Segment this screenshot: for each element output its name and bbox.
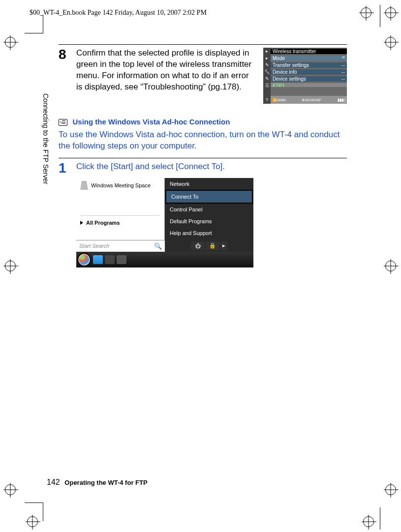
start-menu-item-default-programs[interactable]: Default Programs (165, 215, 253, 227)
camera-menu-title: Wireless transmitter (271, 49, 347, 54)
divider (80, 215, 160, 216)
registration-mark (385, 7, 396, 18)
taskbar-item-icon[interactable] (117, 255, 126, 264)
page-number: 142 (47, 478, 60, 486)
footer-title: Operating the WT-4 for FTP (64, 479, 147, 486)
power-buttons: ⏻ 🔒 ▸ (165, 240, 253, 252)
camera-menu-screenshot: ▸ Wireless transmitter ▸ Mode ⇄ ✎ Transf… (263, 48, 347, 104)
signal-icon: ⇄ (342, 56, 345, 61)
registration-mark (385, 37, 396, 48)
all-programs-label: All Programs (86, 220, 120, 226)
camera-status-bar: 📶0000 ⊕00:00'00" ▮▮▮▯ (271, 96, 347, 104)
registration-mark (385, 261, 396, 271)
camera-pencil-icon: ✎ (263, 61, 271, 68)
camera-menu-label: Device info (273, 69, 297, 75)
start-menu-item-control-panel[interactable]: Control Panel (165, 204, 253, 215)
note-icon (59, 119, 67, 126)
start-menu-left-pane: Windows Meeting Space All Programs (76, 178, 165, 240)
step-text: Click the [Start] and select [Connect To… (76, 161, 347, 175)
camera-menu-label: Transfer settings (273, 62, 309, 68)
crop-mark (25, 502, 43, 521)
camera-menu-label: Device settings (273, 76, 306, 82)
divider (59, 158, 347, 158)
meeting-space-icon (80, 181, 88, 190)
search-icon: 🔍 (154, 242, 162, 250)
registration-mark (363, 516, 374, 527)
battery-icon: ▮▮▮▯ (338, 98, 345, 102)
all-programs-button[interactable]: All Programs (76, 218, 164, 228)
camera-help-icon: ? (263, 96, 271, 104)
camera-menu-item: Device settings -- (271, 76, 347, 82)
start-menu-item-help[interactable]: Help and Support (165, 227, 253, 239)
status-right: 00:00'00" (305, 98, 321, 102)
camera-menu-value: -- (341, 76, 345, 82)
taskbar (76, 252, 253, 267)
camera-play-icon: ▸ (263, 55, 271, 61)
camera-menu-item: Device info -- (271, 69, 347, 75)
power-button[interactable]: ⏻ (191, 241, 205, 250)
divider (59, 44, 347, 45)
registration-mark (5, 37, 16, 48)
camera-menu-label: Mode (273, 56, 285, 61)
registration-mark (5, 484, 16, 495)
note-text: To use the Windows Vista ad-hoc connecti… (59, 129, 347, 152)
camera-blank-icon (263, 89, 271, 96)
lock-button[interactable]: 🔒 (206, 241, 219, 250)
crop-mark (25, 15, 43, 33)
taskbar-item-icon[interactable] (105, 255, 115, 264)
start-menu-item[interactable]: Windows Meeting Space (76, 180, 164, 191)
camera-menu-value: -- (341, 62, 345, 68)
search-placeholder: Start Search (79, 243, 109, 249)
shutdown-menu-button[interactable]: ▸ (220, 241, 227, 250)
step-8: 8 Confirm that the selected profile is d… (59, 48, 347, 104)
vista-start-menu-screenshot: Windows Meeting Space All Programs Netwo… (76, 178, 253, 252)
start-menu-right-pane: Network Connect To Control Panel Default… (165, 178, 253, 240)
note-section: Using the Windows Vista Ad-hoc Connectio… (59, 118, 347, 152)
camera-menu-item: Transfer settings -- (271, 62, 347, 68)
status-left: 0000 (277, 98, 286, 102)
camera-menu-value: -- (341, 69, 345, 75)
side-section-label: Connecting to the FTP Server (42, 93, 50, 184)
print-header: $00_WT-4_En.book Page 142 Friday, August… (30, 9, 207, 17)
start-menu-label: Windows Meeting Space (91, 182, 151, 188)
crop-mark (380, 507, 380, 530)
start-search-input[interactable]: Start Search 🔍 (76, 240, 165, 252)
camera-retouch-icon: ✎ (263, 75, 271, 82)
step-text: Confirm that the selected profile is dis… (76, 48, 256, 93)
start-button[interactable] (77, 253, 91, 266)
camera-wrench-icon: 🔧 (263, 68, 271, 75)
registration-mark (361, 7, 371, 18)
step-1: 1 Click the [Start] and select [Connect … (59, 161, 347, 175)
crop-mark (380, 5, 380, 27)
note-title: Using the Windows Vista Ad-hoc Connectio… (72, 118, 230, 126)
step-number: 1 (59, 161, 70, 175)
start-menu-item-network[interactable]: Network (165, 178, 253, 190)
camera-my-menu-icon: ☰ (263, 82, 271, 89)
camera-menu-item: Mode ⇄ (271, 56, 347, 61)
taskbar-ie-icon[interactable] (93, 255, 103, 264)
arrow-right-icon (80, 221, 83, 225)
start-menu-item-connect-to[interactable]: Connect To (165, 190, 253, 204)
registration-mark (5, 261, 16, 271)
camera-shoot-icon: ▸ (263, 48, 271, 55)
registration-mark (385, 484, 396, 495)
page-footer: 142 Operating the WT-4 for FTP (47, 478, 148, 487)
step-number: 8 (59, 48, 70, 104)
